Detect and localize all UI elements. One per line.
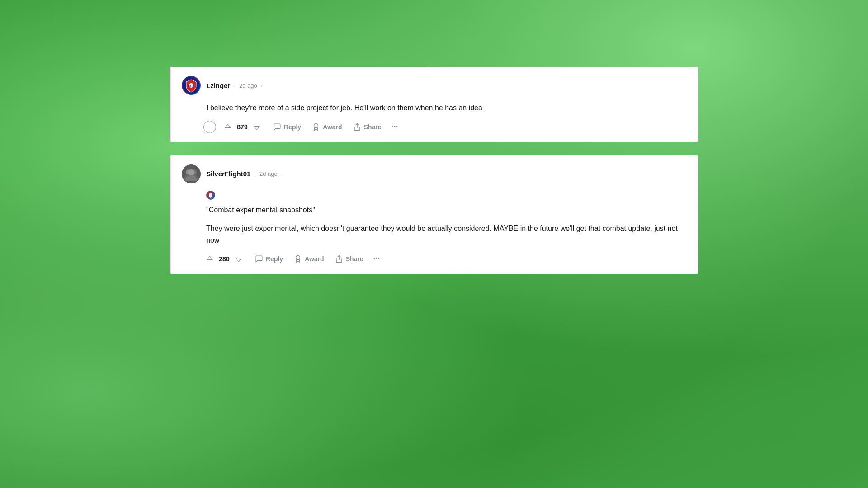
comment-body-line2-2: They were just experimental, which doesn… — [206, 223, 688, 246]
upvote-icon-1 — [224, 123, 232, 131]
comment-header-2: SilverFlight01 · 2d ago · — [182, 164, 688, 183]
reply-button-1[interactable]: Reply — [269, 120, 306, 134]
timestamp-2: 2d ago — [259, 170, 278, 177]
vote-count-2: 280 — [219, 255, 230, 263]
vote-section-1: 879 — [222, 121, 263, 133]
dot2-1: · — [261, 82, 263, 89]
vote-section-2: 280 — [203, 253, 245, 265]
svg-point-3 — [314, 123, 318, 127]
comment-actions-1: − 879 Reply — [182, 120, 688, 134]
username-2: SilverFlight01 — [206, 170, 250, 178]
svg-point-9 — [296, 256, 300, 260]
badge-row-2 — [182, 191, 688, 200]
vote-count-1: 879 — [237, 123, 248, 131]
upvote-icon-2 — [206, 255, 214, 263]
header-meta-1: Lzinger · 2d ago · — [206, 82, 262, 89]
dot2-2: · — [281, 170, 283, 177]
share-button-1[interactable]: Share — [349, 120, 386, 134]
dot1-2: · — [254, 170, 256, 177]
share-button-2[interactable]: Share — [330, 252, 368, 266]
comment-card-1: KSP Lzinger · 2d ago · I believe they're… — [170, 67, 698, 142]
header-meta-2: SilverFlight01 · 2d ago · — [206, 170, 283, 178]
reply-icon-1 — [273, 123, 281, 131]
user-badge-2 — [206, 191, 215, 200]
more-button-1[interactable]: ··· — [388, 120, 402, 133]
comment-actions-2: 280 Reply Award — [182, 252, 688, 266]
timestamp-1: 2d ago — [239, 82, 257, 89]
downvote-icon-1 — [253, 123, 261, 131]
reply-icon-2 — [255, 255, 263, 263]
comment-body-line1-2: "Combat experimental snapshots" — [206, 204, 688, 216]
award-icon-1 — [312, 123, 320, 131]
avatar-lzinger: KSP — [182, 76, 201, 95]
award-button-2[interactable]: Award — [289, 252, 329, 266]
upvote-button-2[interactable] — [203, 253, 216, 265]
svg-point-8 — [188, 169, 194, 176]
comment-body-1: I believe they're more of a side project… — [182, 102, 688, 114]
avatar-icon-lzinger: KSP — [183, 77, 200, 94]
username-1: Lzinger — [206, 82, 230, 89]
avatar-silverflight — [182, 164, 201, 183]
avatar-icon-silverflight — [182, 164, 201, 183]
upvote-button-1[interactable] — [222, 121, 234, 133]
collapse-button-1[interactable]: − — [203, 121, 216, 133]
downvote-button-2[interactable] — [232, 253, 245, 265]
downvote-button-1[interactable] — [250, 121, 263, 133]
award-icon-2 — [294, 255, 302, 263]
share-icon-1 — [353, 123, 361, 131]
share-icon-2 — [335, 255, 343, 263]
badge-icon-2 — [208, 192, 213, 198]
downvote-icon-2 — [235, 255, 243, 263]
comment-card-2: SilverFlight01 · 2d ago · "Combat experi… — [170, 155, 698, 274]
svg-text:KSP: KSP — [188, 84, 195, 88]
comment-header-1: KSP Lzinger · 2d ago · — [182, 76, 688, 95]
award-button-1[interactable]: Award — [307, 120, 347, 134]
dot1-1: · — [234, 82, 236, 89]
page-content: KSP Lzinger · 2d ago · I believe they're… — [0, 0, 868, 274]
reply-button-2[interactable]: Reply — [250, 252, 288, 266]
comment-body-2: "Combat experimental snapshots" They wer… — [182, 204, 688, 246]
more-button-2[interactable]: ··· — [370, 253, 384, 266]
